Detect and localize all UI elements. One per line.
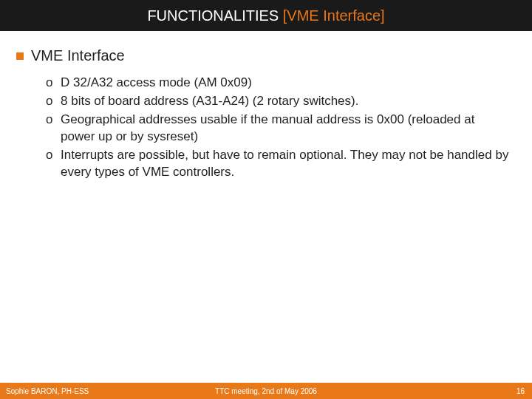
circle-marker-icon: o: [46, 75, 55, 92]
square-bullet-icon: [16, 52, 24, 60]
list-item-text: Geographical addresses usable if the man…: [61, 112, 511, 146]
section-heading: VME Interface: [31, 47, 125, 64]
slide-title: FUNCTIONALITIES [VME Interface]: [147, 7, 384, 24]
page-number: 16: [516, 387, 525, 395]
list-item: o D 32/A32 access mode (AM 0x09): [46, 75, 532, 92]
bullet-list: o D 32/A32 access mode (AM 0x09) o 8 bit…: [16, 75, 532, 181]
footer-author: Sophie BARON, PH-ESS: [6, 387, 89, 395]
circle-marker-icon: o: [46, 112, 55, 129]
list-item: o 8 bits of board address (A31-A24) (2 r…: [46, 93, 532, 110]
circle-marker-icon: o: [46, 147, 55, 164]
content-area: VME Interface o D 32/A32 access mode (AM…: [0, 31, 532, 181]
list-item-text: Interrupts are possible, but have to rem…: [61, 147, 511, 181]
section-row: VME Interface: [16, 47, 532, 64]
list-item-text: D 32/A32 access mode (AM 0x09): [61, 75, 252, 92]
title-bar: FUNCTIONALITIES [VME Interface]: [0, 0, 532, 31]
footer-bar: Sophie BARON, PH-ESS TTC meeting, 2nd of…: [0, 383, 532, 399]
title-prefix: FUNCTIONALITIES: [147, 7, 282, 24]
circle-marker-icon: o: [46, 93, 55, 110]
title-suffix: [VME Interface]: [283, 7, 385, 24]
list-item-text: 8 bits of board address (A31-A24) (2 rot…: [61, 93, 358, 110]
list-item: o Geographical addresses usable if the m…: [46, 112, 532, 146]
list-item: o Interrupts are possible, but have to r…: [46, 147, 532, 181]
